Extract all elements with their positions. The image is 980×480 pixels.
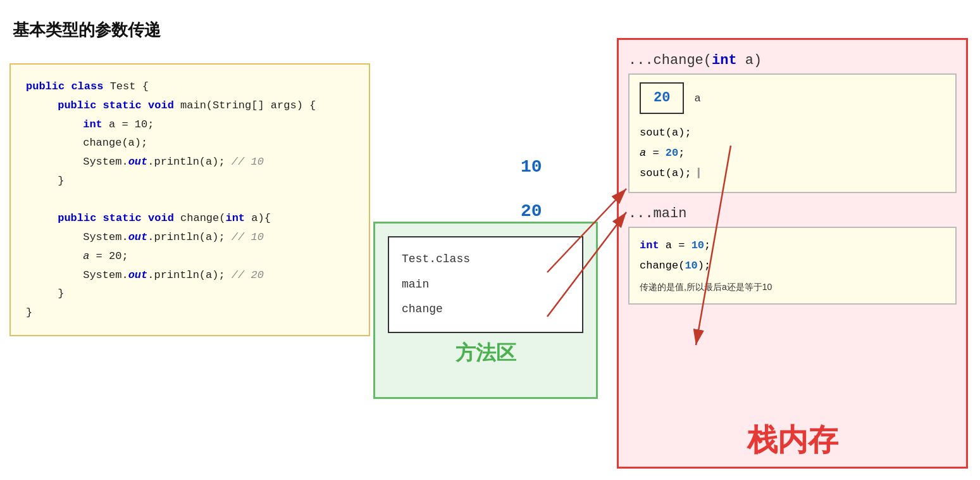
keyword-int-1: int	[83, 118, 102, 130]
code-line-4: change(a);	[26, 134, 354, 153]
code-line-12: }	[26, 303, 354, 322]
keyword-public-static-void-change: public static void	[58, 212, 174, 224]
keyword-public-class: public class	[26, 80, 103, 92]
output-10: 10	[521, 157, 542, 177]
change-frame-box: 20 a sout(a); a = 20; sout(a); ▎	[628, 73, 957, 193]
code-line-9: a = 20;	[26, 247, 354, 266]
stack-area: 10 20 ...change(int a) 20 a sout(a); a =…	[617, 38, 968, 469]
assign-line: a = 20;	[640, 143, 945, 163]
stack-label: 栈内存	[619, 420, 966, 460]
main-line-2: change(10);	[640, 256, 945, 276]
change-frame: ...change(int a) 20 a sout(a); a = 20; s…	[628, 53, 957, 193]
sout-2: sout(a); ▎	[640, 163, 945, 184]
code-line-3: int a = 10;	[26, 115, 354, 134]
var-a-name: a	[695, 92, 701, 104]
method-area: Test.class main change 方法区	[373, 222, 598, 399]
method-area-content: Test.class main change	[388, 236, 583, 333]
method-area-item-3: change	[402, 297, 569, 322]
page-title: 基本类型的参数传递	[13, 19, 161, 41]
main-frame: ...main int a = 10; change(10); 传递的是值,所以…	[628, 206, 957, 305]
var-a-value: 20	[640, 82, 684, 114]
keyword-public-static-void-main: public static void	[58, 99, 174, 111]
main-note: 传递的是值,所以最后a还是等于10	[640, 279, 945, 296]
sout-1: sout(a);	[640, 123, 945, 143]
code-line-5: System.out.println(a); // 10	[26, 153, 354, 172]
method-area-label: 方法区	[388, 339, 583, 367]
main-frame-box: int a = 10; change(10); 传递的是值,所以最后a还是等于1…	[628, 227, 957, 305]
code-line-7: public static void change(int a){	[26, 209, 354, 228]
code-panel: public class Test { public static void m…	[9, 63, 370, 336]
main-line-1: int a = 10;	[640, 236, 945, 256]
code-line-1: public class Test {	[26, 77, 354, 96]
code-line-8: System.out.println(a); // 10	[26, 228, 354, 247]
method-area-item-2: main	[402, 272, 569, 298]
method-area-item-1: Test.class	[402, 247, 569, 272]
code-line-6: }	[26, 172, 354, 191]
code-line-10: System.out.println(a); // 20	[26, 266, 354, 285]
main-header: ...main	[628, 206, 957, 222]
output-20: 20	[521, 201, 542, 221]
code-line-11: }	[26, 284, 354, 303]
change-header: ...change(int a)	[628, 53, 957, 68]
code-line-2: public static void main(String[] args) {	[26, 96, 354, 115]
